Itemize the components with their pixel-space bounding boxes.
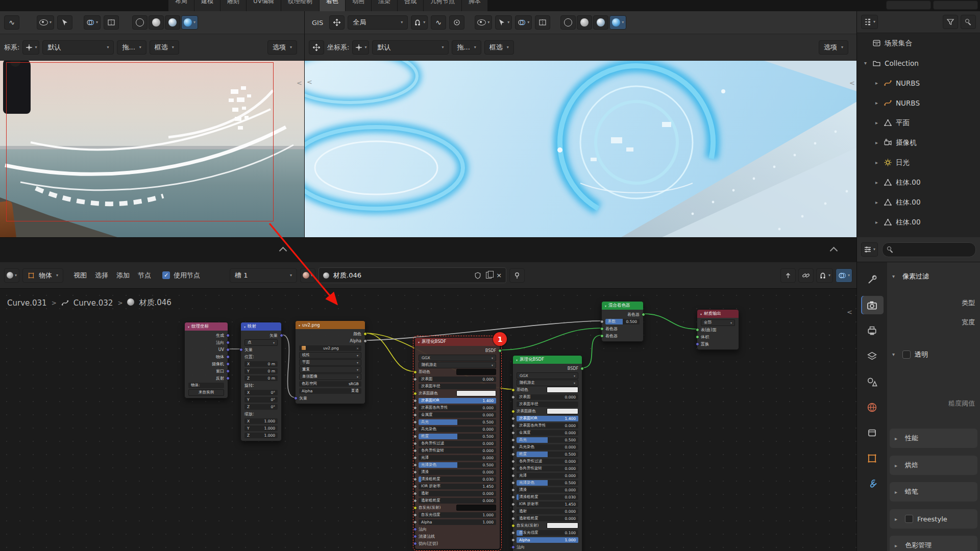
expand-caret-icon[interactable]: ▸ [873, 100, 880, 106]
select-mode-dropdown[interactable]: 框选▾ [150, 40, 179, 55]
node-output-矢量[interactable]: 矢量 [241, 332, 281, 339]
editor-type-tree-icon[interactable]: ▾ [861, 15, 878, 29]
node-slider-各向异性旋转[interactable]: 各向异性旋转0.000 [513, 465, 582, 472]
pixel-filter-width-row[interactable]: 宽度 [887, 316, 980, 329]
node-color-次表面颜色[interactable]: 次表面颜色 [513, 408, 582, 415]
gizmo-icon[interactable]: ▾ [22, 40, 39, 55]
node-slider-透射粗糙度[interactable]: 透射粗糙度0.000 [415, 497, 500, 504]
node-color-次表面颜色[interactable]: 次表面颜色 [415, 390, 500, 397]
node-output-BSDF[interactable]: BSDF [415, 347, 500, 354]
node-input-清漆法线[interactable]: 清漆法线 [415, 533, 500, 540]
node-output-BSDF[interactable]: BSDF [513, 365, 582, 372]
collapse-up-icon[interactable] [279, 247, 287, 255]
workspace-tab[interactable]: 几何节点 [424, 0, 461, 11]
sidebar-toggle-icon[interactable]: < [847, 308, 852, 316]
outliner-row-柱体.00[interactable]: ▸柱体.00 [857, 192, 980, 212]
proportional-falloff-icon[interactable]: ∿ [431, 15, 446, 30]
node-field-物体:[interactable]: 物体: [185, 382, 228, 389]
outliner-row-平面[interactable]: ▸平面 [857, 113, 980, 133]
outliner-row-场景集合[interactable]: 场景集合 [857, 33, 980, 53]
expand-caret-icon[interactable]: ▸ [873, 160, 880, 165]
link-chain-icon[interactable] [798, 268, 814, 283]
node-field-色彩空间[interactable]: 色彩空间sRGB [296, 380, 365, 387]
node-select-全部[interactable]: 全部▾ [697, 319, 739, 326]
freestyle-checkbox[interactable] [905, 515, 913, 523]
select-cursor-icon[interactable] [57, 15, 72, 30]
node-slider-金属度[interactable]: 金属度0.000 [415, 411, 500, 418]
expand-caret-icon[interactable]: ▸ [873, 80, 880, 86]
node-field-X[interactable]: X0° [241, 389, 281, 396]
workspace-tab[interactable]: 脚本 [462, 0, 487, 11]
section-grease-pencil[interactable]: ▸蜡笔 [890, 482, 977, 502]
node-uv2[interactable]: ▾uv2.png颜色Alphauv2.png×线性▾平面▾重复▾单张图像▾色彩空… [295, 320, 365, 404]
copy-icon[interactable] [486, 272, 492, 279]
node-image-datablock[interactable]: uv2.png× [296, 344, 365, 352]
filter-funnel-icon[interactable] [943, 15, 958, 29]
node-select-线性[interactable]: 线性▾ [296, 352, 365, 359]
node-slider-光泽[interactable]: 光泽0.000 [415, 454, 500, 461]
visibility-icon[interactable]: ▾ [475, 15, 492, 30]
node-select-点[interactable]: 点▾ [241, 339, 281, 346]
workspace-tab[interactable]: UV编辑 [247, 0, 281, 11]
sidebar-toggle-icon[interactable]: < [849, 79, 855, 87]
node-slider-次表面各向异性[interactable]: 次表面各向异性0.000 [415, 404, 500, 411]
node-output-生成[interactable]: 生成 [185, 332, 228, 339]
workspace-tab[interactable]: 建模 [194, 0, 220, 11]
expand-caret-icon[interactable]: ▸ [873, 140, 880, 145]
shading-material-icon[interactable] [165, 15, 180, 30]
snap-magnet-icon[interactable]: ▾ [411, 15, 428, 30]
node-input-置换[interactable]: 置换 [697, 340, 739, 347]
breadcrumb-item[interactable]: 材质.046 [139, 298, 171, 308]
node-color-自发光(发射)[interactable]: 自发光(发射) [415, 504, 500, 511]
node-title[interactable]: ▾原理化BSDF [513, 356, 582, 364]
object-properties-icon[interactable] [861, 449, 884, 467]
node-slider-清漆粗糙度[interactable]: 清漆粗糙度0.030 [513, 493, 582, 500]
node-slider-系数[interactable]: 系数0.500 [602, 318, 643, 325]
breadcrumb-item[interactable]: Curve.032 [74, 298, 113, 308]
section-transparent[interactable]: ▾透明 [887, 347, 980, 361]
node-slider-糙度[interactable]: 糙度0.500 [513, 450, 582, 458]
node-output-反射[interactable]: 反射 [185, 374, 228, 382]
node-title[interactable]: ▾uv2.png [296, 321, 365, 329]
shading-wireframe-icon[interactable] [132, 15, 148, 30]
node-slider-透射[interactable]: 透射0.000 [513, 508, 582, 515]
node-slider-IOR 折射率[interactable]: IOR 折射率1.450 [513, 500, 582, 508]
node-select-随机游走[interactable]: 随机游走▾ [513, 379, 582, 386]
node-editor-menu[interactable]: 视图 [70, 271, 90, 280]
node-select-平面[interactable]: 平面▾ [296, 359, 365, 366]
expand-caret-icon[interactable]: ▸ [873, 180, 880, 185]
proportional-edit-icon[interactable]: ▾ [515, 15, 532, 30]
select-cursor-icon[interactable]: ▾ [495, 15, 512, 30]
workspace-tab[interactable]: 雕刻 [220, 0, 246, 11]
node-slider-透射[interactable]: 透射0.000 [415, 490, 500, 497]
section-color-management[interactable]: ▸色彩管理 [890, 536, 977, 551]
node-slider-光泽染色[interactable]: 光泽染色0.500 [513, 479, 582, 486]
sidebar-toggle-icon[interactable]: < [297, 79, 302, 87]
gizmo-icon[interactable]: ▾ [352, 40, 369, 55]
expand-caret-icon[interactable]: ▸ [873, 120, 880, 126]
camera-view-image[interactable]: < [0, 61, 304, 237]
modifier-properties-icon[interactable] [861, 474, 884, 493]
scene-selector[interactable] [886, 1, 931, 10]
node-slider-高光染色[interactable]: 高光染色0.000 [415, 425, 500, 433]
node-color-自发光(发射)[interactable]: 自发光(发射) [513, 522, 582, 529]
outliner-row-摄像机[interactable]: ▸摄像机 [857, 133, 980, 153]
pin-icon[interactable] [509, 268, 525, 283]
node-output[interactable]: ▾材质输出全部▾表(曲)面体积置换 [697, 309, 739, 350]
render-properties-icon[interactable] [861, 296, 884, 314]
node-title[interactable]: ▾原理化BSDF [415, 338, 500, 346]
node-slider-次表面IOR[interactable]: 次表面IOR1.400 [513, 415, 582, 422]
overlap-circles-icon[interactable]: ▾ [836, 268, 852, 283]
node-slider-各向异性旋转[interactable]: 各向异性旋转0.000 [415, 447, 500, 454]
node-slider-光泽[interactable]: 光泽0.000 [513, 472, 582, 479]
expand-caret-icon[interactable]: ▸ [873, 199, 880, 205]
node-slider-清漆[interactable]: 清漆0.000 [513, 486, 582, 493]
workspace-tab[interactable]: 着色 [320, 0, 345, 11]
node-slider-次表面各向异性[interactable]: 次表面各向异性0.000 [513, 422, 582, 429]
section-performance[interactable]: ▸性能 [890, 429, 977, 448]
node-input-切向(正切)[interactable]: 切向(正切) [415, 540, 500, 547]
pixel-filter-type-row[interactable]: 类型 [887, 296, 980, 310]
node-title[interactable]: ▾纹理坐标 [185, 322, 228, 331]
expand-caret-icon[interactable]: ▾ [862, 60, 869, 66]
node-input-体积[interactable]: 体积 [697, 333, 739, 340]
